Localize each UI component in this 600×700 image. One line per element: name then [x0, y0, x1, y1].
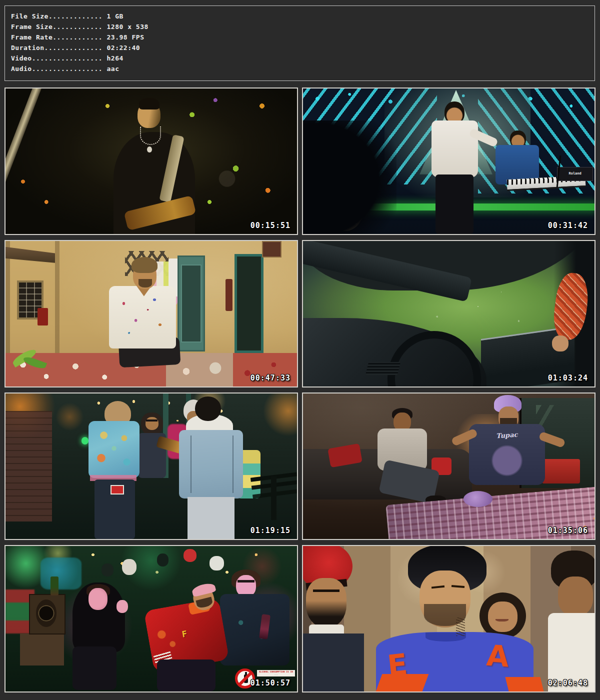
pearl-necklace-shape — [140, 126, 161, 145]
sikh-man-face-shape — [306, 578, 347, 628]
meta-line-frame-rate: Frame Rate............ 23.98 FPS — [11, 32, 594, 42]
meta-line-audio: Audio................. aac — [11, 64, 594, 74]
guitarist-face-shape — [146, 417, 158, 430]
scene-car-interior — [303, 241, 594, 386]
graffiti-blob — [40, 558, 82, 590]
thumbnail-2: YAMAHA Roland 00:31:42 — [302, 88, 596, 235]
media-info-panel: File Size............. 1 GB Frame Size..… — [4, 6, 595, 81]
pendant-shape — [147, 146, 152, 152]
scene-concert-confetti — [6, 88, 297, 234]
green-lamp-dot — [82, 437, 89, 444]
meta-line-duration: Duration.............. 02:22:40 — [11, 42, 594, 53]
meta-line-frame-size: Frame Size............ 1280 x 538 — [11, 22, 594, 32]
crowd-head-shape — [102, 564, 113, 576]
screen-door-shape — [178, 256, 205, 352]
glasses-shape — [238, 580, 254, 582]
woman1-hand-shape — [116, 600, 128, 613]
timestamp: 02:06:48 — [548, 678, 588, 688]
crowd-head-shape — [184, 549, 196, 562]
denim-jacket-shape — [179, 430, 243, 498]
porch-roof-shape — [6, 247, 55, 263]
light-pole-shape — [6, 88, 48, 204]
door-shape — [234, 254, 264, 353]
bottle-shape — [50, 576, 58, 596]
pocket-patch-shape — [110, 485, 124, 494]
wall-hanging-shape — [226, 279, 232, 311]
eyebrow-shape — [313, 590, 339, 592]
timestamp: 00:31:42 — [548, 221, 588, 230]
thumbnail-1: 00:15:51 — [4, 88, 298, 235]
warning-subtext: ... — [257, 673, 295, 676]
thumbnail-7: F ALCOHOL CONSUMPTION IS IN ... 01:50:57 — [4, 545, 298, 692]
crowd-head-shape — [122, 559, 136, 575]
thumbnail-8: E A 02:06:48 — [302, 545, 596, 692]
neck-tattoo-shape — [456, 618, 464, 636]
thumbnail-4: 01:03:24 — [302, 240, 596, 388]
sweater-letter: A — [486, 638, 510, 674]
brick-wall-shape — [6, 411, 52, 522]
hand-shape — [552, 336, 568, 352]
timestamp: 01:50:57 — [250, 678, 290, 688]
console-blob-shape — [464, 491, 492, 507]
timestamp: 00:15:51 — [250, 221, 290, 230]
glasses-shape — [146, 420, 158, 422]
man-hair-shape — [132, 257, 158, 273]
woman1-face-shape — [88, 588, 108, 610]
timestamp: 01:19:15 — [250, 526, 290, 535]
warning-text: ALCOHOL CONSUMPTION IS IN — [259, 670, 293, 672]
meta-line-video: Video................. h264 — [11, 53, 594, 64]
wall-box-shape — [38, 308, 48, 326]
warning-text-strip: ALCOHOL CONSUMPTION IS IN ... — [257, 670, 295, 676]
man-pants-shape — [157, 660, 216, 692]
timestamp: 01:03:24 — [548, 374, 588, 382]
thumbnail-5: 01:19:15 — [4, 392, 298, 540]
singer-shirt-shape — [432, 120, 478, 177]
keyboard-brand-label: Roland — [557, 167, 593, 181]
table-shape — [20, 634, 64, 666]
wall-picture-shape — [262, 241, 282, 258]
timestamp: 01:35:06 — [548, 526, 588, 535]
sweater-orange-patch — [505, 677, 544, 692]
man-shirt-shape — [109, 286, 176, 348]
woman1-legs-shape — [72, 646, 116, 690]
speaker-shape — [29, 594, 66, 634]
jeans-shape — [188, 497, 234, 539]
scene-neon-stage: YAMAHA Roland — [303, 88, 594, 234]
sikh-man-body-shape — [303, 634, 364, 692]
paisley-jacket-shape — [88, 421, 140, 478]
crowd-head-shape — [157, 554, 168, 566]
singer-hair-shape — [139, 98, 160, 110]
singer-pants-shape — [436, 174, 474, 234]
meta-line-file-size: File Size............. 1 GB — [11, 11, 594, 22]
railing-post-shape — [271, 476, 277, 520]
scene-crowd-closeup: E A — [303, 546, 594, 692]
thumbnail-6: Tupac 01:35:06 — [302, 392, 596, 540]
sweater-orange-patch — [376, 674, 428, 692]
scene-recording-studio: Tupac — [303, 394, 594, 539]
thumbnail-3: 00:47:33 — [4, 240, 298, 388]
red-amp-shape — [542, 459, 580, 484]
young-man-face-shape — [558, 576, 593, 616]
scene-night-street — [6, 394, 297, 539]
denim-man-head-shape — [195, 396, 221, 421]
scene-courtyard — [6, 241, 297, 386]
woman2-jacket-shape — [220, 594, 290, 666]
crowd-silhouette — [303, 120, 396, 234]
air-vent-shape — [366, 362, 401, 375]
timestamp: 00:47:33 — [250, 374, 290, 382]
video-preview-sheet: File Size............. 1 GB Frame Size..… — [0, 0, 600, 700]
crowd-head-shape — [210, 556, 224, 570]
woman-face-shape — [488, 602, 517, 632]
man-beard-shape — [138, 279, 152, 288]
